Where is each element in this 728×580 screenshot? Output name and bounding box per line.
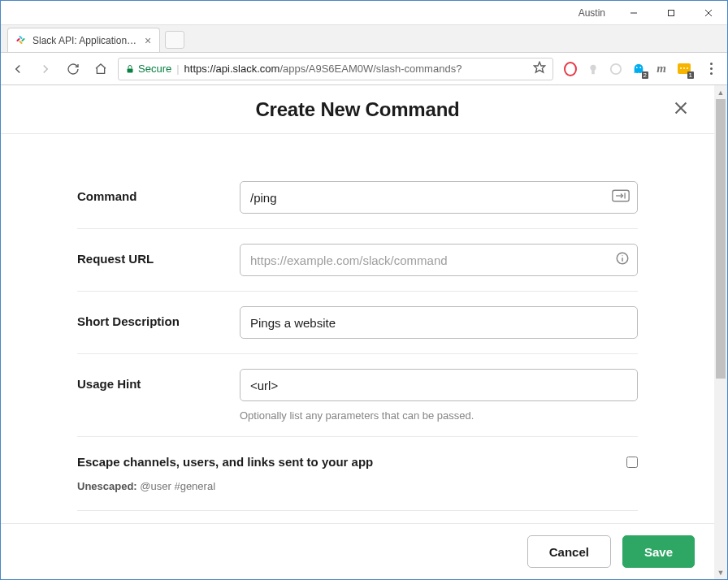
browser-tab-title: Slack API: Applications | F (32, 35, 138, 46)
svg-point-13 (680, 67, 682, 69)
scroll-track[interactable] (714, 99, 727, 565)
back-button[interactable] (7, 58, 28, 80)
usage-hint-row: Usage Hint Optionally list any parameter… (77, 353, 638, 436)
window-titlebar: Austin (1, 1, 727, 25)
svg-point-14 (683, 67, 685, 69)
scroll-thumb[interactable] (716, 99, 726, 379)
chat-extension-icon[interactable]: 1 (677, 62, 691, 76)
new-tab-button[interactable] (165, 31, 184, 49)
secure-label: Secure (138, 63, 171, 75)
svg-point-6 (565, 63, 576, 76)
command-input[interactable] (240, 181, 638, 214)
save-button[interactable]: Save (622, 535, 695, 568)
page-title: Create New Command (255, 98, 459, 121)
form-scrollpane: Command Request URL (1, 134, 714, 523)
bookmark-star-icon[interactable] (533, 61, 546, 76)
browser-toolbar: Secure | https://api.slack.com/apps/A9S6… (1, 53, 727, 85)
url-path: /apps/A9S6EAM0W/slash-commands? (280, 63, 462, 75)
usage-hint-input[interactable] (240, 369, 638, 401)
escape-subtext: Unescaped: @user #general (77, 480, 638, 492)
viewport: Create New Command Command (1, 85, 727, 579)
request-url-input[interactable] (240, 244, 638, 276)
ghost-extension-icon[interactable]: 2 (631, 62, 646, 76)
svg-point-15 (687, 67, 688, 69)
request-url-label: Request URL (77, 244, 240, 266)
scroll-down-arrow[interactable]: ▼ (714, 565, 727, 579)
preview-section: Preview of Autocomplete Entry (77, 510, 638, 523)
svg-point-11 (639, 67, 641, 68)
usage-hint-help: Optionally list any parameters that can … (240, 409, 638, 422)
secure-indicator: Secure (125, 63, 171, 75)
window-minimize-button[interactable] (615, 1, 652, 25)
svg-rect-1 (669, 10, 674, 15)
extension-icon-2[interactable] (586, 62, 600, 76)
command-label: Command (77, 181, 240, 203)
home-button[interactable] (90, 58, 111, 80)
info-icon[interactable] (615, 251, 630, 269)
m-extension-icon[interactable]: m (654, 62, 669, 76)
window-close-button[interactable] (690, 1, 727, 25)
cancel-button[interactable]: Cancel (527, 535, 611, 568)
svg-point-23 (622, 255, 622, 256)
command-row: Command (77, 167, 638, 228)
reload-button[interactable] (63, 58, 84, 80)
slack-favicon-icon (15, 34, 28, 47)
window-maximize-button[interactable] (652, 1, 690, 25)
short-description-input[interactable] (240, 306, 638, 339)
tab-close-icon[interactable]: × (143, 35, 153, 46)
svg-point-9 (611, 63, 621, 73)
usage-hint-label: Usage Hint (77, 369, 240, 391)
address-bar[interactable]: Secure | https://api.slack.com/apps/A9S6… (118, 58, 553, 80)
window-user-label: Austin (578, 7, 605, 19)
page: Create New Command Command (1, 85, 714, 579)
vertical-scrollbar[interactable]: ▲ ▼ (714, 85, 727, 579)
browser-tab[interactable]: Slack API: Applications | F × (7, 28, 160, 52)
escape-section: Escape channels, users, and links sent t… (77, 436, 638, 510)
close-dialog-button[interactable] (672, 99, 690, 120)
extension-icon-3[interactable] (609, 62, 623, 76)
extension-icons: 2 m 1 (560, 62, 695, 76)
url-host: https://api.slack.com (184, 63, 280, 75)
request-url-row: Request URL (77, 228, 638, 291)
forward-button[interactable] (35, 58, 56, 80)
browser-menu-button[interactable] (701, 59, 721, 79)
svg-marker-5 (534, 62, 544, 72)
extension-badge: 2 (642, 71, 648, 79)
dialog-footer: Cancel Save (1, 523, 714, 579)
escape-checkbox[interactable] (626, 457, 638, 468)
svg-rect-8 (592, 69, 595, 73)
svg-point-7 (590, 64, 596, 70)
command-form: Command Request URL (77, 134, 638, 523)
scroll-up-arrow[interactable]: ▲ (714, 85, 727, 99)
svg-point-10 (636, 67, 638, 68)
short-description-row: Short Description (77, 291, 638, 353)
opera-extension-icon[interactable] (563, 62, 578, 76)
close-icon (672, 99, 690, 117)
extension-badge: 1 (687, 71, 694, 79)
lock-icon (125, 64, 135, 74)
escape-title: Escape channels, users, and links sent t… (77, 455, 373, 469)
short-description-label: Short Description (77, 306, 240, 328)
tab-key-icon (612, 189, 630, 206)
svg-rect-4 (128, 68, 133, 72)
window-frame: Austin Slack API: Applications | F × (0, 0, 728, 580)
browser-tabstrip: Slack API: Applications | F × (1, 25, 727, 53)
page-header: Create New Command (1, 85, 714, 134)
